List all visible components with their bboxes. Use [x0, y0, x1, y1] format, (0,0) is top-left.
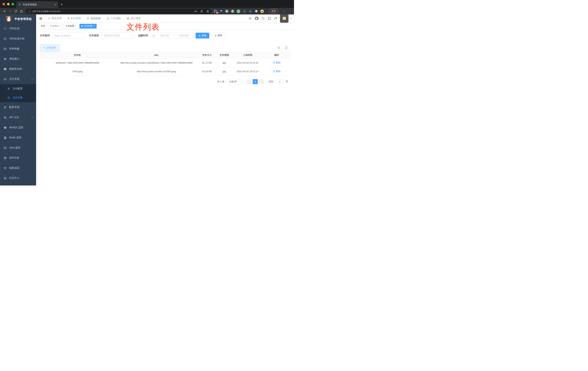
logo-rabbit-image: [6, 16, 12, 22]
file-type-select[interactable]: 请选择文件类型: [101, 33, 134, 39]
calendar-icon: [152, 34, 155, 37]
shield-check-icon: [4, 37, 7, 40]
sidebar-item-code-gen[interactable]: 代码生成: [0, 23, 36, 34]
prev-page-button[interactable]: ‹: [246, 79, 251, 84]
page-size-select[interactable]: 10条/页: [227, 79, 244, 84]
file-path-input[interactable]: [54, 34, 83, 37]
tag-profile[interactable]: 个人中心 ×: [48, 24, 63, 29]
tag-file-config[interactable]: 文件配置 ×: [64, 24, 78, 29]
extension-gem-icon[interactable]: [220, 10, 223, 13]
reset-button-label: 重置: [218, 34, 222, 37]
sidebar-item-java-monitor[interactable]: Java 监控: [0, 143, 36, 153]
tag-close-icon[interactable]: ×: [60, 25, 61, 27]
sidebar-item-redis-monitor[interactable]: Redis 监控: [0, 133, 36, 143]
search-button[interactable]: 搜索: [196, 33, 209, 39]
minimize-window-button[interactable]: [7, 3, 10, 5]
reset-button[interactable]: 重置: [211, 33, 225, 39]
col-actions: 操作: [262, 52, 291, 59]
github-icon[interactable]: [255, 17, 258, 20]
sidebar-item-db-doc[interactable]: 数据库文档: [0, 64, 36, 74]
sidebar-collapse-icon[interactable]: [39, 17, 42, 20]
forward-icon[interactable]: [9, 10, 12, 13]
avatar-caret-icon[interactable]: ▾: [290, 17, 292, 20]
tag-label: 首页: [41, 25, 45, 28]
extension-green-dot-icon[interactable]: [231, 10, 234, 13]
tag-close-icon[interactable]: ×: [94, 25, 95, 27]
reload-icon[interactable]: [14, 10, 17, 13]
next-page-button[interactable]: ›: [259, 79, 264, 84]
extension-diamond-icon[interactable]: 11: [214, 10, 217, 13]
cell-time: 2022-03-16 23:51:41: [233, 59, 263, 67]
help-icon[interactable]: ?: [262, 17, 264, 20]
search-icon[interactable]: [249, 17, 252, 20]
yen-icon: ¥: [68, 17, 69, 20]
file-path-label: 文件路径: [40, 34, 50, 37]
sidebar-item-file-list[interactable]: 文件列表: [0, 93, 36, 102]
date-range-picker[interactable]: 开始日期 - 结束日期: [150, 33, 194, 39]
browser-tab[interactable]: 芋道管理系统 ×: [16, 1, 58, 8]
tab-close-icon[interactable]: ×: [54, 3, 56, 6]
start-date-placeholder[interactable]: 开始日期: [156, 34, 172, 37]
extension-emoji-icon[interactable]: [260, 10, 264, 13]
bookmark-star-icon[interactable]: [206, 10, 209, 13]
sidebar-item-file-manage[interactable]: 文件管理: [0, 74, 36, 84]
tag-home[interactable]: 首页: [39, 24, 47, 29]
font-size-icon[interactable]: TT: [274, 17, 277, 20]
sidebar-item-system-api[interactable]: 系统接口: [0, 54, 36, 64]
extension-star-icon[interactable]: [243, 10, 246, 13]
sidebar-logo[interactable]: 芋道管理系统: [0, 14, 36, 23]
extension-eye-icon[interactable]: [249, 10, 252, 13]
site-info-icon[interactable]: i: [28, 10, 31, 13]
sidebar-item-code-demo[interactable]: 代码生成示例: [0, 34, 36, 44]
upload-file-button[interactable]: + 上传文件: [40, 44, 59, 52]
sidebar-item-mysql-monitor[interactable]: MySQL 监控: [0, 122, 36, 133]
end-date-placeholder[interactable]: 结束日期: [176, 34, 192, 37]
sidebar-item-label: 日志中心: [9, 177, 19, 180]
cell-filename: a294ecb2-73dd-4353-bf40-296b8931d0bf: [40, 59, 115, 67]
sidebar-item-form-builder[interactable]: 表单构建: [0, 44, 36, 54]
delete-label: 删除: [276, 69, 281, 73]
sidebar-item-scheduled-jobs[interactable]: 定时任务: [0, 153, 36, 163]
cell-url: http://test.yudao.iocoder.cn/a294ecb2-73…: [115, 59, 198, 67]
tag-file-list[interactable]: 文件列表 ×: [79, 24, 97, 29]
new-tab-button[interactable]: +: [61, 2, 63, 7]
sidebar-item-file-config[interactable]: 文件配置: [0, 84, 36, 93]
sidebar-item-api-log[interactable]: API 日志: [0, 112, 36, 122]
password-key-icon[interactable]: [194, 10, 197, 13]
cloud-upload-icon: [7, 96, 10, 99]
tag-close-icon[interactable]: ×: [75, 25, 77, 27]
close-window-button[interactable]: [2, 3, 5, 5]
topnav-item-infrastructure[interactable]: 基础设施: [84, 14, 104, 22]
sidebar-item-label: 代码生成示例: [9, 37, 24, 40]
total-count: 共 2 条: [217, 80, 224, 83]
topnav-item-system[interactable]: 系统管理: [45, 14, 65, 22]
maximize-window-button[interactable]: [11, 3, 14, 5]
sidebar-item-label: 链路追踪: [9, 166, 19, 170]
delete-button[interactable]: 删除: [273, 61, 281, 64]
topnav-item-payment[interactable]: ¥ 支付管理: [65, 14, 84, 22]
topnav-item-reports[interactable]: 统计报表: [124, 14, 144, 22]
topnav-item-workflow[interactable]: 工作流程: [104, 14, 124, 22]
home-icon[interactable]: [20, 10, 23, 13]
extension-y-icon[interactable]: y: [237, 10, 240, 13]
col-filename: 文件名: [40, 52, 115, 59]
share-icon[interactable]: [200, 10, 203, 13]
sidebar-item-tracing[interactable]: 链路追踪: [0, 163, 36, 173]
browser-update-button[interactable]: 更新: [269, 9, 278, 13]
back-icon[interactable]: [3, 10, 6, 13]
address-bar[interactable]: i 127.0.0.1:1024/infra/file/file: [26, 9, 211, 14]
avatar[interactable]: [280, 14, 288, 22]
refresh-button[interactable]: [284, 45, 289, 50]
form-table-icon: [4, 47, 7, 50]
fullscreen-icon[interactable]: [268, 17, 271, 20]
browser-menu-icon[interactable]: ⋮: [283, 10, 285, 13]
goto-page-input[interactable]: [276, 79, 284, 84]
current-page-button[interactable]: 1: [253, 79, 258, 84]
extension-command-icon[interactable]: ⌘: [225, 10, 229, 13]
show-search-button[interactable]: [276, 45, 282, 50]
delete-button[interactable]: 删除: [273, 69, 281, 73]
sidebar-item-log-center[interactable]: 日志中心: [0, 173, 36, 183]
sidebar-item-config-manage[interactable]: 配置管理: [0, 102, 36, 112]
page-size-value: 10条/页: [229, 80, 237, 83]
extensions-puzzle-icon[interactable]: [255, 10, 258, 13]
